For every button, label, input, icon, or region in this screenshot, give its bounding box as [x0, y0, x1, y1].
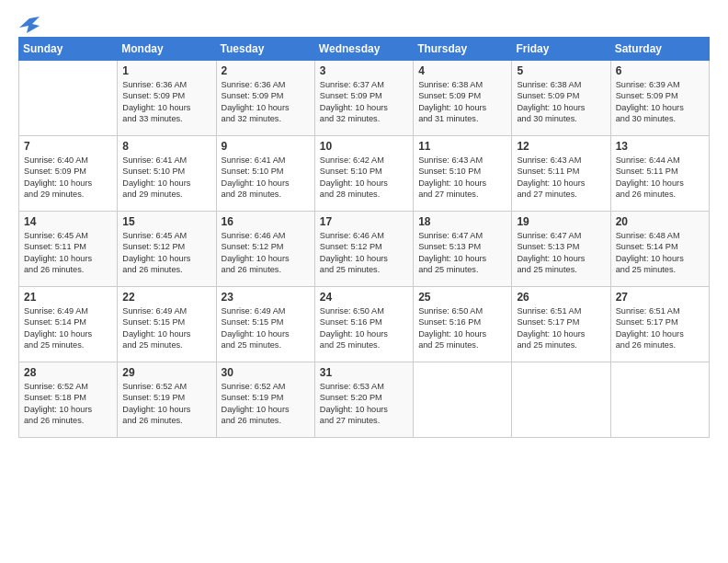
cell-content: Sunrise: 6:36 AM Sunset: 5:09 PM Dayligh…: [122, 79, 210, 125]
day-number: 9: [222, 140, 310, 153]
calendar-cell: 27Sunrise: 6:51 AM Sunset: 5:17 PM Dayli…: [610, 287, 709, 362]
calendar-cell: 13Sunrise: 6:44 AM Sunset: 5:11 PM Dayli…: [610, 136, 709, 212]
calendar-cell: 7Sunrise: 6:40 AM Sunset: 5:09 PM Daylig…: [19, 136, 118, 212]
calendar-cell: 8Sunrise: 6:41 AM Sunset: 5:10 PM Daylig…: [118, 136, 216, 212]
day-number: 28: [24, 366, 112, 379]
calendar-table: SundayMondayTuesdayWednesdayThursdayFrid…: [18, 37, 710, 438]
cell-content: Sunrise: 6:44 AM Sunset: 5:11 PM Dayligh…: [616, 155, 704, 201]
day-number: 30: [222, 366, 310, 379]
calendar-week-4: 21Sunrise: 6:49 AM Sunset: 5:14 PM Dayli…: [19, 287, 710, 362]
day-number: 19: [517, 215, 605, 228]
cell-content: Sunrise: 6:38 AM Sunset: 5:09 PM Dayligh…: [517, 79, 605, 125]
calendar-cell: [19, 61, 118, 136]
weekday-header-monday: Monday: [118, 38, 216, 61]
day-number: 15: [122, 215, 210, 228]
cell-content: Sunrise: 6:52 AM Sunset: 5:19 PM Dayligh…: [122, 381, 210, 427]
calendar-cell: 10Sunrise: 6:42 AM Sunset: 5:10 PM Dayli…: [314, 136, 413, 212]
day-number: 3: [320, 64, 408, 77]
calendar-cell: 2Sunrise: 6:36 AM Sunset: 5:09 PM Daylig…: [216, 61, 314, 136]
cell-content: Sunrise: 6:49 AM Sunset: 5:14 PM Dayligh…: [24, 305, 112, 351]
day-number: 24: [320, 291, 408, 304]
cell-content: Sunrise: 6:45 AM Sunset: 5:11 PM Dayligh…: [24, 230, 112, 276]
day-number: 2: [222, 64, 310, 77]
cell-content: Sunrise: 6:41 AM Sunset: 5:10 PM Dayligh…: [222, 155, 310, 201]
calendar-cell: 6Sunrise: 6:39 AM Sunset: 5:09 PM Daylig…: [610, 61, 709, 136]
day-number: 10: [320, 140, 408, 153]
cell-content: Sunrise: 6:47 AM Sunset: 5:13 PM Dayligh…: [418, 230, 506, 276]
calendar-cell: [414, 362, 512, 438]
weekday-header-thursday: Thursday: [414, 38, 512, 61]
day-number: 8: [122, 140, 210, 153]
calendar-cell: 24Sunrise: 6:50 AM Sunset: 5:16 PM Dayli…: [314, 287, 413, 362]
calendar-thead: SundayMondayTuesdayWednesdayThursdayFrid…: [19, 38, 710, 61]
calendar-cell: 11Sunrise: 6:43 AM Sunset: 5:10 PM Dayli…: [414, 136, 512, 212]
day-number: 27: [616, 291, 704, 304]
day-number: 14: [24, 215, 112, 228]
day-number: 17: [320, 215, 408, 228]
calendar-cell: 26Sunrise: 6:51 AM Sunset: 5:17 PM Dayli…: [512, 287, 610, 362]
cell-content: Sunrise: 6:37 AM Sunset: 5:09 PM Dayligh…: [320, 79, 408, 125]
calendar-cell: 16Sunrise: 6:46 AM Sunset: 5:12 PM Dayli…: [216, 212, 314, 287]
cell-content: Sunrise: 6:36 AM Sunset: 5:09 PM Dayligh…: [222, 79, 310, 125]
cell-content: Sunrise: 6:41 AM Sunset: 5:10 PM Dayligh…: [122, 155, 210, 201]
cell-content: Sunrise: 6:45 AM Sunset: 5:12 PM Dayligh…: [122, 230, 210, 276]
day-number: 25: [418, 291, 506, 304]
day-number: 5: [517, 64, 605, 77]
day-number: 1: [122, 64, 210, 77]
calendar-cell: 5Sunrise: 6:38 AM Sunset: 5:09 PM Daylig…: [512, 61, 610, 136]
cell-content: Sunrise: 6:48 AM Sunset: 5:14 PM Dayligh…: [616, 230, 704, 276]
cell-content: Sunrise: 6:50 AM Sunset: 5:16 PM Dayligh…: [418, 305, 506, 351]
day-number: 12: [517, 140, 605, 153]
weekday-header-row: SundayMondayTuesdayWednesdayThursdayFrid…: [19, 38, 710, 61]
calendar-tbody: 1Sunrise: 6:36 AM Sunset: 5:09 PM Daylig…: [19, 61, 710, 438]
day-number: 26: [517, 291, 605, 304]
calendar-cell: 17Sunrise: 6:46 AM Sunset: 5:12 PM Dayli…: [314, 212, 413, 287]
cell-content: Sunrise: 6:51 AM Sunset: 5:17 PM Dayligh…: [517, 305, 605, 351]
calendar-week-5: 28Sunrise: 6:52 AM Sunset: 5:18 PM Dayli…: [19, 362, 710, 438]
cell-content: Sunrise: 6:49 AM Sunset: 5:15 PM Dayligh…: [122, 305, 210, 351]
cell-content: Sunrise: 6:49 AM Sunset: 5:15 PM Dayligh…: [222, 305, 310, 351]
calendar-cell: 31Sunrise: 6:53 AM Sunset: 5:20 PM Dayli…: [314, 362, 413, 438]
weekday-header-saturday: Saturday: [610, 38, 709, 61]
logo-bird-icon: [19, 17, 40, 33]
calendar-cell: 1Sunrise: 6:36 AM Sunset: 5:09 PM Daylig…: [118, 61, 216, 136]
calendar-cell: 15Sunrise: 6:45 AM Sunset: 5:12 PM Dayli…: [118, 212, 216, 287]
calendar-week-2: 7Sunrise: 6:40 AM Sunset: 5:09 PM Daylig…: [19, 136, 710, 212]
cell-content: Sunrise: 6:43 AM Sunset: 5:11 PM Dayligh…: [517, 155, 605, 201]
calendar-cell: 18Sunrise: 6:47 AM Sunset: 5:13 PM Dayli…: [414, 212, 512, 287]
calendar-cell: 3Sunrise: 6:37 AM Sunset: 5:09 PM Daylig…: [314, 61, 413, 136]
cell-content: Sunrise: 6:50 AM Sunset: 5:16 PM Dayligh…: [320, 305, 408, 351]
day-number: 20: [616, 215, 704, 228]
cell-content: Sunrise: 6:52 AM Sunset: 5:19 PM Dayligh…: [222, 381, 310, 427]
calendar-cell: 21Sunrise: 6:49 AM Sunset: 5:14 PM Dayli…: [19, 287, 118, 362]
day-number: 6: [616, 64, 704, 77]
cell-content: Sunrise: 6:46 AM Sunset: 5:12 PM Dayligh…: [320, 230, 408, 276]
day-number: 21: [24, 291, 112, 304]
calendar-cell: [512, 362, 610, 438]
cell-content: Sunrise: 6:53 AM Sunset: 5:20 PM Dayligh…: [320, 381, 408, 427]
calendar-cell: 20Sunrise: 6:48 AM Sunset: 5:14 PM Dayli…: [610, 212, 709, 287]
cell-content: Sunrise: 6:46 AM Sunset: 5:12 PM Dayligh…: [222, 230, 310, 276]
calendar-cell: 19Sunrise: 6:47 AM Sunset: 5:13 PM Dayli…: [512, 212, 610, 287]
day-number: 4: [418, 64, 506, 77]
calendar-week-1: 1Sunrise: 6:36 AM Sunset: 5:09 PM Daylig…: [19, 61, 710, 136]
day-number: 11: [418, 140, 506, 153]
calendar-week-3: 14Sunrise: 6:45 AM Sunset: 5:11 PM Dayli…: [19, 212, 710, 287]
calendar-cell: 25Sunrise: 6:50 AM Sunset: 5:16 PM Dayli…: [414, 287, 512, 362]
cell-content: Sunrise: 6:43 AM Sunset: 5:10 PM Dayligh…: [418, 155, 506, 201]
weekday-header-friday: Friday: [512, 38, 610, 61]
logo: [18, 17, 40, 29]
cell-content: Sunrise: 6:42 AM Sunset: 5:10 PM Dayligh…: [320, 155, 408, 201]
day-number: 18: [418, 215, 506, 228]
day-number: 29: [122, 366, 210, 379]
day-number: 31: [320, 366, 408, 379]
day-number: 22: [122, 291, 210, 304]
day-number: 23: [222, 291, 310, 304]
weekday-header-tuesday: Tuesday: [216, 38, 314, 61]
cell-content: Sunrise: 6:38 AM Sunset: 5:09 PM Dayligh…: [418, 79, 506, 125]
calendar-header: [18, 17, 710, 29]
calendar-cell: 9Sunrise: 6:41 AM Sunset: 5:10 PM Daylig…: [216, 136, 314, 212]
day-number: 13: [616, 140, 704, 153]
weekday-header-wednesday: Wednesday: [314, 38, 413, 61]
calendar-cell: 30Sunrise: 6:52 AM Sunset: 5:19 PM Dayli…: [216, 362, 314, 438]
